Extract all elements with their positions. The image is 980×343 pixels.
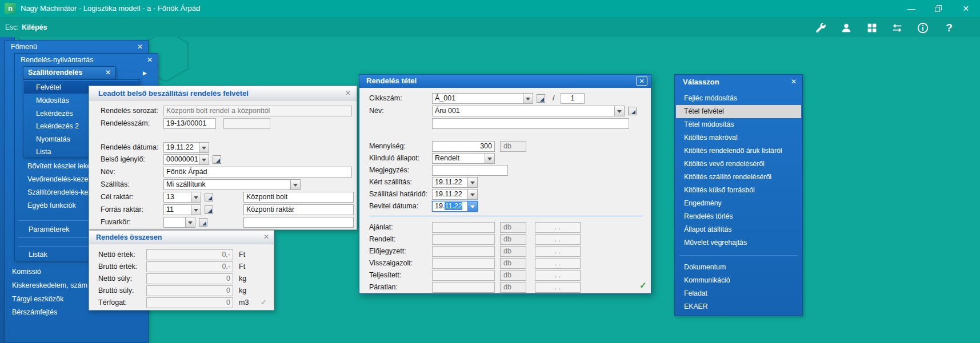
sidebar-item-targyi-eszkozok[interactable]: Tárgyi eszközök — [12, 293, 63, 305]
close-icon[interactable]: ✕ — [345, 89, 351, 97]
action-kommunikacio[interactable]: Kommunikáció — [676, 274, 801, 287]
sidebar-item-bovitett-keszlet[interactable]: Bővített készlet leké — [27, 160, 91, 172]
sidebar-item-vevorendeles[interactable]: Vevőrendelés-kezel — [27, 173, 90, 185]
transport-route-combobox[interactable] — [163, 217, 195, 228]
info-icon[interactable] — [917, 22, 929, 34]
sidebar-item-komissio[interactable]: Komissió — [12, 265, 41, 278]
chevron-down-icon[interactable] — [191, 192, 201, 202]
volume-field: 0 — [146, 297, 233, 308]
entry-date-prefix: 19. — [435, 202, 445, 210]
user-icon[interactable] — [840, 22, 853, 34]
initial-state-combobox[interactable]: Rendelt — [432, 153, 495, 164]
action-tetel-felvetel[interactable]: Tétel felvétel — [676, 105, 801, 118]
item-name2-field[interactable] — [432, 118, 629, 129]
close-icon[interactable]: ✕ — [103, 68, 113, 76]
field-label: Teljesített: — [369, 270, 401, 281]
unit-box: db — [500, 282, 526, 293]
item-variant-field[interactable]: 1 — [561, 93, 585, 104]
action-dokumentum[interactable]: Dokumentum — [676, 261, 801, 274]
close-icon[interactable]: ✕ — [636, 76, 647, 86]
transfer-icon[interactable] — [891, 22, 903, 34]
action-kitoltes-makroval[interactable]: Kitöltés makróval — [676, 131, 801, 144]
order-totals-title: Rendelés összesen — [96, 231, 162, 245]
chevron-down-icon[interactable] — [191, 205, 201, 215]
item-dialog-title: Rendelés tétel — [366, 76, 417, 85]
order-number-field[interactable]: 19-13/00001 — [163, 118, 216, 129]
lookup-button[interactable] — [199, 218, 207, 227]
item-name-combobox[interactable]: Áru 001 — [432, 106, 625, 116]
field-label: Cikkszám: — [369, 93, 402, 104]
shipping-combobox[interactable]: Mi szállítunk — [163, 179, 301, 190]
action-fejlec-modositas[interactable]: Fejléc módosítás — [676, 92, 801, 105]
comment-field[interactable] — [432, 165, 508, 176]
delivery-deadline-combobox[interactable]: 19.11.22 — [432, 189, 478, 200]
close-icon[interactable]: ✕ — [135, 43, 145, 51]
action-engedmeny[interactable]: Engedmény — [676, 197, 801, 210]
confirm-check-icon[interactable]: ✓ — [639, 280, 647, 290]
sidebar-item-listak[interactable]: Listák — [29, 248, 47, 261]
sidebar-item-szallitorendeles-kezeles[interactable]: Szállítórendelés-keze — [27, 186, 96, 199]
internal-requester-combobox[interactable]: 00000001 — [163, 154, 209, 165]
chevron-down-icon[interactable] — [467, 189, 477, 199]
help-icon[interactable]: ? — [943, 22, 955, 34]
name-field[interactable]: Főnök Árpád — [163, 167, 352, 177]
field-label: Páratlan: — [369, 282, 398, 293]
lookup-button[interactable] — [537, 94, 545, 103]
action-kitoltes-kulso-forrasbol[interactable]: Kitöltés külső forrásból — [676, 184, 801, 197]
divider — [369, 216, 642, 216]
minimize-button[interactable]: — — [898, 0, 925, 17]
wrench-icon[interactable] — [814, 22, 827, 34]
transport-route-name-field[interactable] — [243, 217, 354, 228]
lookup-button[interactable] — [213, 155, 221, 164]
chevron-down-icon[interactable] — [467, 201, 477, 211]
action-tetel-modositas[interactable]: Tétel módosítás — [676, 118, 801, 131]
restore-button[interactable] — [925, 0, 951, 17]
action-feladat[interactable]: Feladat — [676, 287, 801, 300]
action-kitoltes-rendelendo-aruk[interactable]: Kitöltés rendelendő áruk listáról — [676, 144, 801, 158]
lookup-button[interactable] — [205, 205, 213, 214]
action-rendeles-torles[interactable]: Rendelés törlés — [676, 210, 801, 223]
initial-state-value: Rendelt — [433, 154, 485, 163]
source-warehouse-combobox[interactable]: 11 — [163, 204, 201, 215]
requested-delivery-value: 19.11.22 — [433, 177, 467, 187]
confirmed-qty-field — [432, 258, 495, 269]
grid-icon[interactable] — [866, 22, 878, 34]
close-icon[interactable]: ✕ — [789, 78, 798, 86]
entry-date-combobox[interactable]: 19.11.22 — [432, 201, 478, 212]
chevron-down-icon[interactable] — [185, 217, 195, 227]
source-warehouse-name-field[interactable]: Központi raktár — [243, 204, 354, 215]
lookup-button[interactable] — [628, 107, 637, 115]
lookup-button[interactable] — [205, 193, 213, 201]
chevron-down-icon[interactable] — [199, 143, 209, 152]
close-icon[interactable]: ✕ — [145, 56, 154, 64]
item-number-combobox[interactable]: Á_001 — [432, 93, 533, 104]
target-warehouse-name-field[interactable]: Központi bolt — [243, 192, 354, 203]
target-warehouse-combobox[interactable]: 13 — [163, 192, 201, 203]
chevron-down-icon[interactable] — [523, 94, 533, 103]
action-muvelet-vegrehajtas[interactable]: Művelet végrehajtás — [676, 236, 801, 249]
action-ekaer[interactable]: EKAER — [676, 300, 801, 313]
quantity-field[interactable]: 300 — [432, 141, 495, 152]
ordered-qty-field — [432, 234, 495, 245]
exit-menu-item[interactable]: Kilépés — [22, 18, 47, 38]
requested-delivery-combobox[interactable]: 19.11.22 — [432, 177, 478, 188]
chevron-down-icon[interactable] — [614, 106, 624, 116]
window-titlebar: n Nagy Machinátor - Logisztika modell - … — [0, 0, 980, 17]
action-kitoltes-szallito-rendeleserol[interactable]: Kitöltés szállító rendeléséről — [676, 171, 801, 184]
close-icon[interactable]: ✕ — [263, 233, 269, 241]
sidebar-item-egyeb-funkciok[interactable]: Egyéb funkciók — [27, 199, 76, 212]
unit-box: db — [500, 258, 526, 269]
sidebar-item-kiskereskedelem[interactable]: Kiskereskedelem, szám — [12, 279, 87, 292]
order-date-combobox[interactable]: 19.11.22 — [163, 142, 209, 153]
chevron-down-icon[interactable] — [467, 177, 477, 187]
close-button[interactable]: ✕ — [951, 0, 980, 17]
chevron-down-icon[interactable] — [199, 155, 209, 164]
field-label: Visszaigazolt: — [369, 258, 413, 269]
sidebar-item-parameterek[interactable]: Paraméterek — [29, 223, 70, 236]
sidebar-item-berszamfejtes[interactable]: Bérszámfejtés — [12, 306, 57, 318]
action-kitoltes-vevo-rendeleserol[interactable]: Kitöltés vevő rendeléséről — [676, 158, 801, 171]
chevron-down-icon[interactable] — [290, 180, 300, 189]
action-allapot-atallitas[interactable]: Állapot átállítás — [676, 223, 801, 236]
field-label: Bevitel dátuma: — [369, 201, 418, 212]
chevron-down-icon[interactable] — [485, 154, 494, 163]
